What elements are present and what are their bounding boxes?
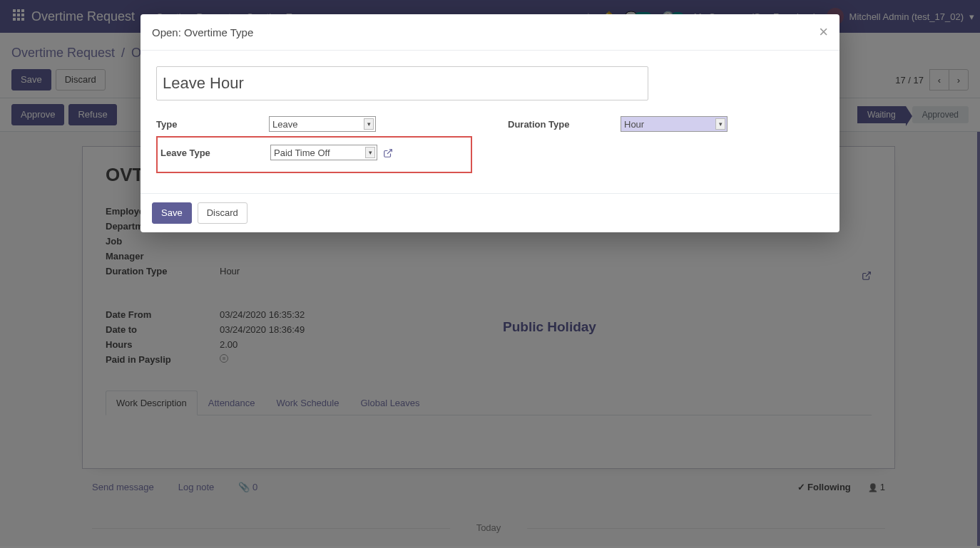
label-duration-type: Duration Type [508, 119, 621, 130]
leave-type-external-link-icon[interactable] [383, 147, 393, 158]
modal-discard-button[interactable]: Discard [198, 202, 247, 224]
modal-overtime-type: Open: Overtime Type × Type Leave ▾ Leave… [141, 14, 839, 232]
type-value: Leave [272, 119, 297, 130]
leave-type-value: Paid Time Off [274, 148, 330, 158]
leave-type-select[interactable]: Paid Time Off ▾ [270, 145, 377, 160]
svg-line-10 [387, 150, 392, 154]
modal-title: Open: Overtime Type [152, 26, 253, 38]
duration-type-value: Hour [624, 119, 644, 130]
modal-save-button[interactable]: Save [152, 202, 192, 224]
chevron-down-icon: ▾ [364, 118, 374, 130]
overtime-type-name-input[interactable] [156, 66, 648, 100]
highlight-leave-type: Leave Type Paid Time Off ▾ [156, 136, 472, 173]
label-leave-type: Leave Type [158, 148, 270, 158]
type-select[interactable]: Leave ▾ [269, 116, 376, 132]
chevron-down-icon: ▾ [365, 147, 375, 158]
duration-type-select[interactable]: Hour ▾ [621, 116, 728, 132]
close-icon[interactable]: × [819, 24, 828, 40]
chevron-down-icon: ▾ [715, 118, 725, 130]
label-type: Type [156, 119, 269, 130]
